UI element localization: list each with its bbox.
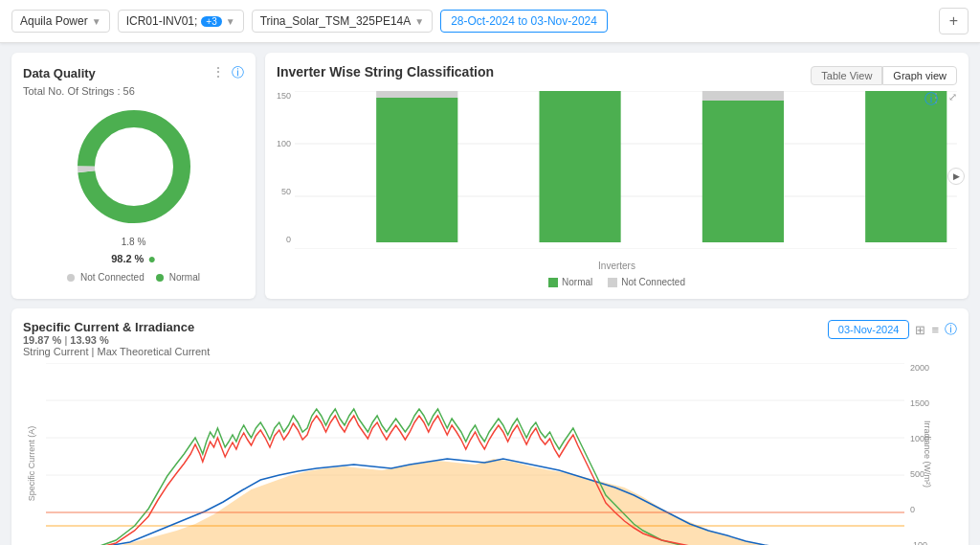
info-icon[interactable]: ⓘ (232, 64, 244, 81)
normal-label: Normal (169, 272, 200, 283)
data-quality-title: Data Quality (23, 66, 96, 80)
sc-date[interactable]: 03-Nov-2024 (828, 320, 910, 339)
green-dot: ● (147, 251, 155, 266)
data-quality-panel: Data Quality ⋮ ⓘ Total No. Of Strings : … (11, 53, 256, 299)
normal-legend-label: Normal (562, 277, 592, 287)
donut-chart (72, 104, 196, 229)
bar-chart-area: 150 100 50 0 (277, 91, 957, 268)
specific-current-panel: Specific Current & Irradiance 19.87 % | … (11, 308, 969, 545)
svg-rect-11 (702, 91, 784, 101)
date-range-picker[interactable]: 28-Oct-2024 to 03-Nov-2024 (440, 10, 608, 33)
sc-dots-icon[interactable]: ≡ (931, 323, 939, 337)
sc-value2: 13.93 % (70, 334, 108, 346)
not-connected-label: Not Connected (80, 272, 145, 283)
top-bar: Aquila Power ▼ ICR01-INV01; +3 ▼ Trina_S… (0, 0, 980, 43)
svg-rect-8 (376, 91, 457, 98)
data-quality-subtitle: Total No. Of Strings : 56 (23, 85, 244, 97)
svg-rect-10 (702, 101, 784, 242)
table-view-btn[interactable]: Table View (811, 66, 882, 85)
green-pct-label: 98.2 % (111, 253, 144, 264)
aquila-power-dropdown[interactable]: Aquila Power ▼ (11, 10, 110, 33)
sc-value1: 19.87 % (23, 334, 61, 346)
sc-actions: 03-Nov-2024 ⊞ ≡ ⓘ (828, 320, 957, 339)
panel-info-icon[interactable]: ⓘ (924, 91, 938, 108)
bar-chart-svg: ICR01-INV01 ICR01-INV02 ICR01-INV03 ICR0… (295, 91, 957, 249)
nav-arrow[interactable]: ▶ (947, 168, 965, 185)
line-chart-svg: 10 8 6 4 2 0 (46, 363, 904, 545)
main-content: Data Quality ⋮ ⓘ Total No. Of Strings : … (0, 43, 980, 545)
view-buttons: Table View Graph view (811, 66, 957, 85)
not-connected-legend-square (608, 278, 617, 287)
svg-rect-12 (865, 91, 947, 242)
svg-point-2 (98, 130, 170, 203)
chart-expand-icon[interactable]: ⤢ (948, 91, 957, 104)
y-right-axis: 2000 1500 1000 500 0 -100 Irradiance (W/… (904, 363, 957, 545)
gray-pct-label: 1.8 % (122, 237, 146, 247)
not-connected-dot (67, 274, 75, 282)
y-axis: 150 100 50 0 (277, 91, 295, 244)
not-connected-legend-label: Not Connected (621, 277, 685, 287)
bar-chart-inner: ICR01-INV01 ICR01-INV02 ICR01-INV03 ICR0… (295, 91, 957, 268)
sc-title: Specific Current & Irradiance (23, 320, 210, 334)
inverter-legend: Normal Not Connected (277, 277, 957, 287)
dropdown-arrow: ▼ (92, 16, 101, 27)
dropdown-arrow3: ▼ (414, 16, 424, 27)
svg-rect-7 (376, 98, 457, 242)
donut-svg (72, 104, 196, 229)
y-left-axis-label: Specific Current (A) (23, 363, 46, 545)
sc-subtitle: 19.87 % | 13.93 % String Current | Max T… (23, 334, 210, 357)
line-chart-container: 10 8 6 4 2 0 (46, 363, 904, 545)
dropdown-arrow2: ▼ (226, 16, 235, 27)
inverter-title: Inverter Wise String Classification (277, 64, 494, 79)
donut-legend: Not Connected Normal (23, 272, 244, 283)
sc-label1: String Current (23, 346, 88, 357)
add-button[interactable]: + (939, 8, 969, 34)
module-dropdown[interactable]: Trina_Solar_TSM_325PE14A ▼ (252, 10, 434, 33)
y-right-label: Irradiance (W/m²) (923, 420, 932, 488)
svg-rect-9 (540, 91, 621, 242)
sc-list-icon[interactable]: ⊞ (915, 323, 925, 337)
inverter-dropdown[interactable]: ICR01-INV01; +3 ▼ (118, 10, 244, 33)
sc-header: Specific Current & Irradiance 19.87 % | … (23, 320, 957, 357)
top-panels: Data Quality ⋮ ⓘ Total No. Of Strings : … (11, 53, 969, 299)
line-chart-wrapper: Specific Current (A) 10 (23, 363, 957, 545)
graph-view-btn[interactable]: Graph view (882, 66, 957, 85)
inverter-panel: Inverter Wise String Classification Tabl… (265, 53, 969, 299)
sc-label2: Max Theoretical Current (97, 346, 210, 357)
dots-icon[interactable]: ⋮ (212, 64, 226, 81)
sc-info-icon[interactable]: ⓘ (945, 321, 957, 338)
inverter-badge: +3 (201, 16, 221, 27)
normal-legend-square (548, 278, 558, 287)
normal-dot (156, 274, 164, 282)
